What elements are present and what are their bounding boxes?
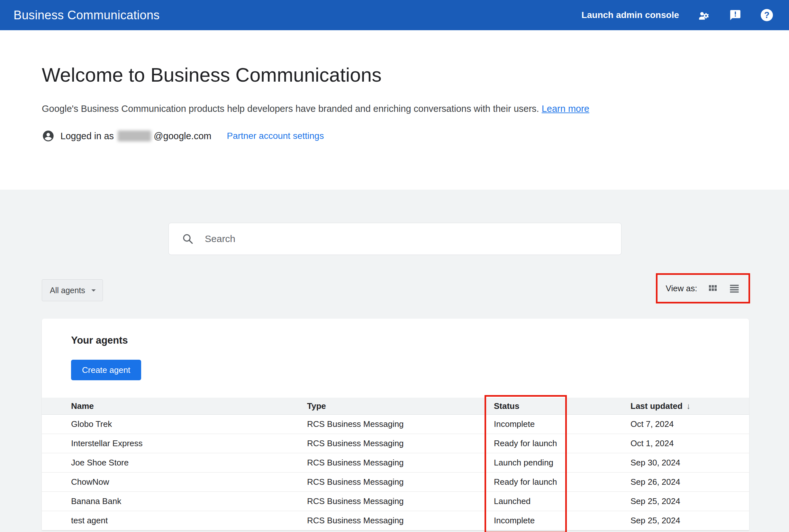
table-row[interactable]: Interstellar Express RCS Business Messag… [42,434,749,453]
table-row[interactable]: Globo Trek RCS Business Messaging Incomp… [42,415,749,434]
agents-section: All agents View as: [0,190,789,532]
cell-name: Joe Shoe Store [71,458,307,468]
column-header-last-updated[interactable]: Last updated ↓ [631,401,749,411]
chevron-down-icon [89,285,99,296]
cell-status: Ready for launch [494,477,631,487]
search-bar [168,223,621,255]
cell-type: RCS Business Messaging [307,496,494,506]
cell-name: Globo Trek [71,419,307,429]
cell-status: Incomplete [494,516,631,526]
cell-updated: Sep 30, 2024 [631,458,749,468]
help-question-glyph: ? [761,9,773,21]
partner-account-settings-link[interactable]: Partner account settings [227,131,324,141]
cell-type: RCS Business Messaging [307,458,494,468]
cell-type: RCS Business Messaging [307,419,494,429]
table-row[interactable]: Banana Bank RCS Business Messaging Launc… [42,492,749,511]
cell-updated: Sep 25, 2024 [631,516,749,526]
app-bar: Business Communications Launch admin con… [0,0,789,30]
search-icon [182,233,194,245]
account-circle-icon [42,130,55,142]
create-agent-button[interactable]: Create agent [71,360,141,380]
cell-updated: Sep 26, 2024 [631,477,749,487]
card-title: Your agents [42,335,749,346]
column-header-name[interactable]: Name [71,401,307,411]
your-agents-card: Your agents Create agent Name Type Statu… [42,319,749,530]
last-updated-label: Last updated [631,401,682,411]
grid-view-icon[interactable] [707,283,718,294]
cell-updated: Oct 1, 2024 [631,438,749,449]
cell-name: test agent [71,516,307,526]
redacted-username [118,131,151,141]
column-header-type[interactable]: Type [307,401,494,411]
column-header-status[interactable]: Status [494,401,631,411]
cell-status: Launch pending [494,458,631,468]
cell-name: Banana Bank [71,496,307,506]
cell-updated: Sep 25, 2024 [631,496,749,506]
learn-more-link[interactable]: Learn more [542,103,589,114]
view-as-annotation-box: View as: [656,273,750,303]
cell-updated: Oct 7, 2024 [631,419,749,429]
table-header-row: Name Type Status Last updated ↓ [42,398,749,415]
view-as-label: View as: [666,284,697,293]
launch-admin-console-link[interactable]: Launch admin console [582,10,679,20]
search-input[interactable] [204,233,615,245]
welcome-section: Welcome to Business Communications Googl… [0,30,789,190]
feedback-icon[interactable] [729,8,742,22]
cell-type: RCS Business Messaging [307,438,494,449]
agents-filter-dropdown[interactable]: All agents [42,279,103,301]
manage-accounts-icon[interactable] [697,8,711,22]
page: { "header": { "title": "Business Communi… [0,0,789,532]
table-row[interactable]: test agent RCS Business Messaging Incomp… [42,511,749,530]
email-domain: @google.com [154,131,211,141]
subtitle-text: Google's Business Communication products… [42,103,539,114]
cell-name: ChowNow [71,477,307,487]
agents-table: Name Type Status Last updated ↓ Globo Tr… [42,398,749,530]
cell-name: Interstellar Express [71,438,307,449]
cell-status: Ready for launch [494,438,631,449]
app-bar-actions: Launch admin console ? [582,8,774,22]
cell-type: RCS Business Messaging [307,516,494,526]
app-title: Business Communications [14,8,160,22]
sort-desc-icon: ↓ [687,401,691,411]
page-subtitle: Google's Business Communication products… [42,103,789,114]
cell-status: Launched [494,496,631,506]
logged-in-row: Logged in as @google.com Partner account… [42,130,789,142]
table-row[interactable]: ChowNow RCS Business Messaging Ready for… [42,473,749,492]
cell-status: Incomplete [494,419,631,429]
help-icon[interactable]: ? [760,8,774,22]
logged-in-label: Logged in as [60,131,114,141]
table-row[interactable]: Joe Shoe Store RCS Business Messaging La… [42,453,749,473]
list-view-icon[interactable] [729,283,740,294]
page-title: Welcome to Business Communications [42,30,789,86]
cell-type: RCS Business Messaging [307,477,494,487]
filter-row: All agents View as: [0,275,789,305]
agents-filter-label: All agents [50,286,85,295]
